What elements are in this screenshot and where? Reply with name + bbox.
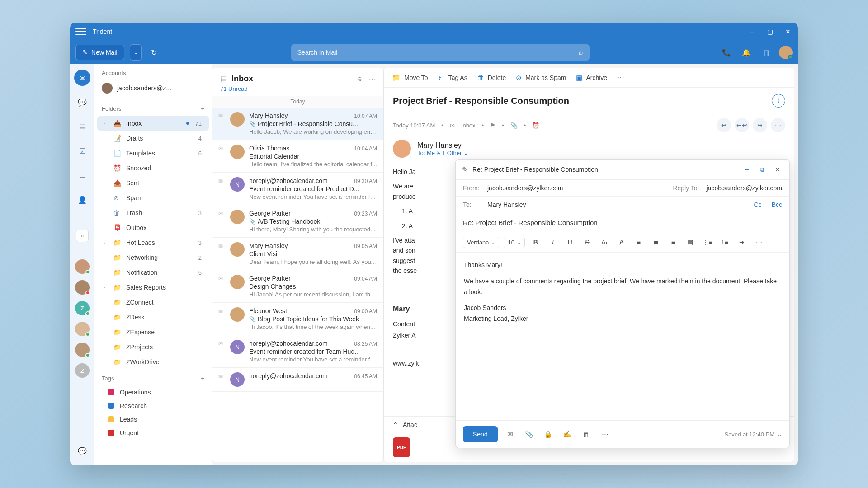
- mail-item[interactable]: ✉ Olivia Thomas10:04 AM Editorial Calend…: [212, 140, 383, 173]
- folder-item-inbox[interactable]: › 📥 Inbox 71: [97, 116, 209, 131]
- folder-item-spam[interactable]: ⊘ Spam: [97, 191, 209, 205]
- chevron-down-icon[interactable]: ⌄: [777, 431, 782, 438]
- font-color-button[interactable]: A•: [598, 236, 611, 249]
- folder-item-networking[interactable]: 📁 Networking 2: [97, 250, 209, 265]
- folder-item-sales-reports[interactable]: › 📁 Sales Reports: [97, 280, 209, 295]
- underline-button[interactable]: U: [564, 236, 576, 249]
- reading-more-button[interactable]: ⋯: [617, 73, 624, 82]
- rail-contacts[interactable]: 👤: [74, 192, 90, 208]
- align-right-button[interactable]: ≡: [667, 236, 679, 249]
- tag-item-leads[interactable]: Leads: [94, 413, 212, 426]
- compose-to-row[interactable]: To: Mary Hansley Cc Bcc: [456, 197, 789, 213]
- compose-more-button[interactable]: ⋯: [599, 428, 612, 441]
- profile-avatar[interactable]: [779, 46, 793, 59]
- attachment-icon[interactable]: 📎: [510, 122, 518, 129]
- rail-avatar-2[interactable]: [75, 280, 90, 295]
- close-button[interactable]: ✕: [783, 27, 793, 36]
- tag-item-urgent[interactable]: Urgent: [94, 426, 212, 440]
- search-box[interactable]: ⌕: [291, 44, 590, 61]
- indent-button[interactable]: ⇥: [736, 236, 748, 249]
- minimize-button[interactable]: ─: [747, 27, 756, 36]
- rail-tasks[interactable]: ☑: [74, 143, 90, 159]
- add-tag-icon[interactable]: +: [201, 375, 204, 382]
- reply-button[interactable]: ↩: [717, 118, 731, 132]
- mail-item[interactable]: ✉ Mary Hansley10:07 AM 📎Project Brief - …: [212, 108, 383, 140]
- flag-icon[interactable]: ⚑: [490, 122, 495, 129]
- mail-item[interactable]: ✉ George Parker09:23 AM 📎A/B Testing Han…: [212, 205, 383, 238]
- new-mail-dropdown[interactable]: ⌄: [130, 44, 142, 61]
- message-more-button[interactable]: ⋯: [771, 118, 785, 132]
- account-row[interactable]: jacob.sanders@z...: [94, 80, 212, 100]
- folder-item-drafts[interactable]: 📝 Drafts 4: [97, 131, 209, 145]
- bcc-button[interactable]: Bcc: [772, 201, 782, 208]
- hamburger-icon[interactable]: [75, 26, 86, 37]
- rail-avatar-1[interactable]: [75, 259, 90, 274]
- mail-item[interactable]: ✉ N noreply@zohocalendar.com08:25 AM Eve…: [212, 335, 383, 368]
- maximize-button[interactable]: ▢: [765, 27, 774, 36]
- rail-avatar-5[interactable]: [75, 343, 90, 357]
- search-input[interactable]: [297, 49, 579, 56]
- archive-button[interactable]: ▣Archive: [576, 74, 607, 82]
- align-left-button[interactable]: ≡: [632, 236, 645, 249]
- forward-button[interactable]: ↪: [753, 118, 767, 132]
- compose-popout[interactable]: ⧉: [757, 164, 768, 175]
- align-justify-button[interactable]: ▤: [684, 236, 697, 249]
- rail-expand[interactable]: »: [76, 230, 89, 242]
- cc-button[interactable]: Cc: [754, 201, 762, 208]
- add-folder-icon[interactable]: +: [201, 105, 204, 112]
- folder-item-zprojects[interactable]: 📁 ZProjects: [97, 340, 209, 354]
- rail-notes[interactable]: ▭: [74, 167, 90, 183]
- rail-calendar[interactable]: ▤: [74, 118, 90, 135]
- rail-mail[interactable]: ✉: [74, 70, 90, 86]
- mail-item[interactable]: ✉ Eleanor West09:00 AM 📎Blog Post Topic …: [212, 303, 383, 335]
- reminder-icon[interactable]: ⏰: [532, 122, 539, 129]
- number-list-button[interactable]: 1≡: [718, 236, 731, 249]
- notifications-button[interactable]: 🔔: [739, 45, 754, 60]
- move-to-button[interactable]: 📁Move To: [392, 74, 428, 82]
- spam-button[interactable]: ⊘Mark as Spam: [516, 74, 566, 82]
- recipients-link[interactable]: To: Me & 1 Other ⌄: [417, 150, 468, 156]
- align-center-button[interactable]: ≣: [650, 236, 662, 249]
- mail-item[interactable]: ✉ George Parker09:04 AM Design Changes H…: [212, 270, 383, 303]
- tag-item-research[interactable]: Research: [94, 399, 212, 413]
- filter-icon[interactable]: ⚟: [357, 75, 363, 83]
- folder-item-zdesk[interactable]: 📁 ZDesk: [97, 310, 209, 324]
- folder-item-hot-leads[interactable]: › 📁 Hot Leads 3: [97, 235, 209, 250]
- send-button[interactable]: Send: [463, 426, 498, 442]
- rail-avatar-3[interactable]: Z: [75, 301, 90, 315]
- mail-list[interactable]: ✉ Mary Hansley10:07 AM 📎Project Brief - …: [212, 108, 383, 462]
- attach-button[interactable]: 📎: [523, 428, 536, 441]
- reply-all-button[interactable]: ↩↩: [735, 118, 749, 132]
- folder-item-trash[interactable]: 🗑 Trash 3: [97, 206, 209, 220]
- folder-item-snoozed[interactable]: ⏰ Snoozed: [97, 161, 209, 175]
- bold-button[interactable]: B: [529, 236, 542, 249]
- folder-item-templates[interactable]: 📄 Templates 6: [97, 146, 209, 160]
- mail-item[interactable]: ✉ N noreply@zohocalendar.com06:45 AM: [212, 368, 383, 392]
- mail-item[interactable]: ✉ N noreply@zohocalendar.com09:30 AM Eve…: [212, 173, 383, 205]
- compose-close[interactable]: ✕: [772, 164, 783, 175]
- folder-item-zexpense[interactable]: 📁 ZExpense: [97, 325, 209, 339]
- share-button[interactable]: ⤴: [772, 94, 785, 108]
- folder-item-notification[interactable]: 📁 Notification 5: [97, 265, 209, 280]
- compose-subject[interactable]: Re: Project Brief - Responsible Consumpt…: [456, 213, 789, 232]
- rail-chat[interactable]: 💬: [74, 94, 90, 110]
- mail-item[interactable]: ✉ Mary Hansley09:05 AM Client Visit Dear…: [212, 238, 383, 270]
- discard-button[interactable]: 🗑: [580, 428, 593, 441]
- refresh-button[interactable]: ↻: [147, 45, 161, 60]
- rail-bottom-chat[interactable]: 💬: [74, 443, 90, 459]
- encrypt-button[interactable]: 🔒: [542, 428, 555, 441]
- signature-button[interactable]: ✍: [561, 428, 574, 441]
- font-size-select[interactable]: 10⌄: [504, 237, 524, 248]
- compose-body[interactable]: Thanks Mary! We have a couple of comment…: [456, 253, 789, 420]
- clear-format-button[interactable]: A̸: [615, 236, 628, 249]
- call-button[interactable]: 📞: [719, 45, 734, 60]
- folder-item-sent[interactable]: 📤 Sent: [97, 176, 209, 190]
- rail-avatar-4[interactable]: [75, 322, 90, 336]
- italic-button[interactable]: I: [547, 236, 559, 249]
- rail-avatar-6[interactable]: Z: [75, 363, 90, 378]
- folder-item-zworkdrive[interactable]: 📁 ZWorkDrive: [97, 355, 209, 369]
- tag-item-operations[interactable]: Operations: [94, 385, 212, 399]
- panel-button[interactable]: ▥: [759, 45, 774, 60]
- compose-minimize[interactable]: ─: [741, 164, 752, 175]
- tag-as-button[interactable]: 🏷Tag As: [438, 74, 467, 81]
